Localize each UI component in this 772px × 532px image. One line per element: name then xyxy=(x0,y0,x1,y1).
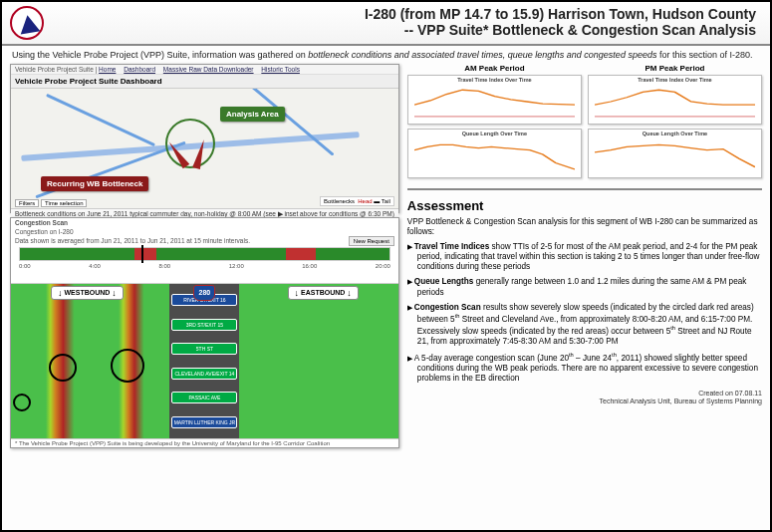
map-dashboard-panel: Vehicle Probe Project Suite | Home Dashb… xyxy=(10,64,399,213)
intro-text: Using the Vehicle Probe Project (VPP) Su… xyxy=(2,46,770,62)
dashboard-title: Vehicle Probe Project Suite Dashboard xyxy=(11,75,398,89)
scan-heatmap: ↓ WESTBOUND ↓ ↓ EASTBOUND ↓ 280 RIVER ST… xyxy=(11,284,398,438)
assessment-bullet-5day: A 5-day average congestion scan (June 20… xyxy=(407,352,762,384)
divider xyxy=(407,188,762,190)
charts-block: AM Peak Period Travel Time Index Over Ti… xyxy=(407,64,762,182)
page-title-line1: I-280 (from MP 14.7 to 15.9) Harrison To… xyxy=(48,6,756,22)
am-peak-title: AM Peak Period xyxy=(407,64,582,73)
congestion-scan-panel: Congestion Scan Congestion on I-280 Data… xyxy=(10,217,399,448)
pm-queue-chart: Queue Length Over Time xyxy=(588,129,762,178)
assessment-bullet-queue: Queue Lengths generally range between 1.… xyxy=(407,277,762,298)
am-tti-chart: Travel Time Index Over Time xyxy=(407,75,582,125)
scan-date-note: Data shown is averaged from Jun 21, 2011… xyxy=(11,236,398,245)
vpp-footnote: * The Vehicle Probe Project (VPP) Suite … xyxy=(11,438,398,447)
am-queue-chart: Queue Length Over Time xyxy=(407,129,582,178)
westbound-label: ↓ WESTBOUND ↓ xyxy=(51,286,124,300)
eastbound-label: ↓ EASTBOUND ↓ xyxy=(288,286,359,300)
page-title-line2: -- VPP Suite* Bottleneck & Congestion Sc… xyxy=(48,22,756,38)
tab-home[interactable]: Home xyxy=(99,66,116,73)
tab-dashboard[interactable]: Dashboard xyxy=(124,66,155,73)
pm-tti-chart: Travel Time Index Over Time xyxy=(588,75,762,125)
callout-bottleneck: Recurring WB Bottleneck xyxy=(41,176,148,191)
header: I-280 (from MP 14.7 to 15.9) Harrison To… xyxy=(2,2,770,46)
suite-tabbar: Vehicle Probe Project Suite | Home Dashb… xyxy=(11,65,398,75)
scan-hotspot-circle-icon xyxy=(13,394,31,411)
assessment-bullet-scan: Congestion Scan results show severely sl… xyxy=(407,303,762,347)
tab-historic[interactable]: Historic Tools xyxy=(261,66,300,73)
assessment-section: Assessment VPP Bottleneck & Congestion S… xyxy=(407,196,762,405)
scan-hotspot-circle-icon xyxy=(111,349,144,383)
agency-logo xyxy=(10,6,48,44)
timeline-labels: 0:00 4:00 8:00 12:00 16:00 20:00 xyxy=(19,263,390,269)
scan-title: Congestion Scan xyxy=(15,219,68,226)
page: I-280 (from MP 14.7 to 15.9) Harrison To… xyxy=(0,0,772,532)
callout-analysis-area: Analysis Area xyxy=(220,107,285,122)
pm-peak-title: PM Peak Period xyxy=(588,64,762,73)
assessment-bullet-tti: Travel Time Indices show TTIs of 2-5 for… xyxy=(407,242,762,273)
map-legend: Bottlenecks Head ▬ Tail xyxy=(320,196,394,206)
assessment-intro: VPP Bottleneck & Congestion Scan analysi… xyxy=(407,217,762,238)
new-request-button[interactable]: New Request xyxy=(349,236,394,246)
map-area[interactable]: Analysis Area Recurring WB Bottleneck Bo… xyxy=(11,89,398,208)
tab-rawdata[interactable]: Massive Raw Data Downloader xyxy=(163,66,254,73)
scan-subtitle: Congestion on I-280 xyxy=(11,227,398,236)
assessment-heading: Assessment xyxy=(407,198,762,213)
footer-metadata: Created on 07.08.11 Technical Analysis U… xyxy=(407,390,762,406)
map-controls[interactable]: Filters Time selection xyxy=(15,200,87,206)
scan-timeline[interactable] xyxy=(19,247,390,261)
route-shield-icon: 280 xyxy=(193,285,215,301)
scan-road-signs: RIVER ST/EXIT 16 3RD ST/EXIT 15 5TH ST C… xyxy=(169,284,239,438)
scan-hotspot-circle-icon xyxy=(49,354,77,382)
